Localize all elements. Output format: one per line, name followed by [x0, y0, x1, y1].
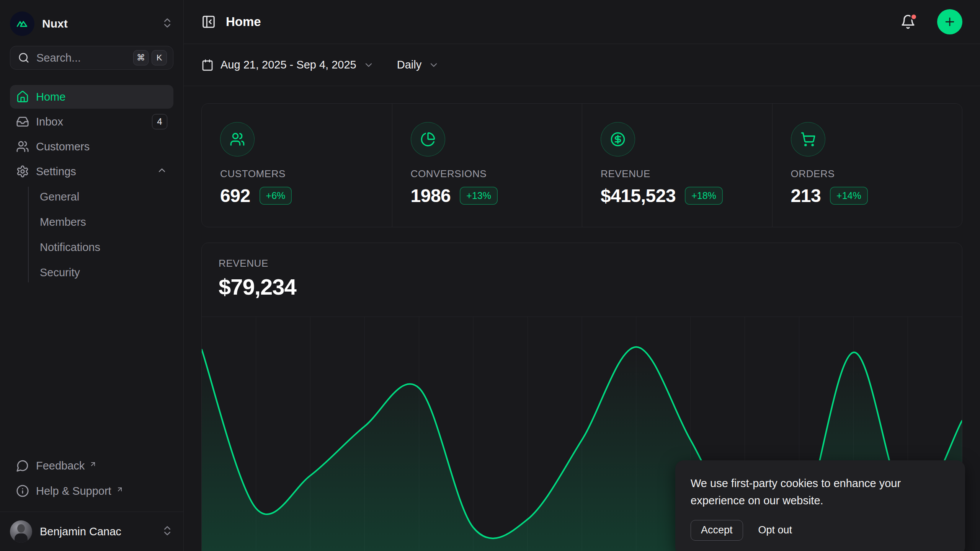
notifications-button[interactable] — [900, 14, 916, 29]
circle-dollar-icon — [601, 122, 635, 156]
stat-label: CUSTOMERS — [220, 168, 374, 180]
cookie-actions: Accept Opt out — [691, 520, 950, 541]
stat-orders[interactable]: ORDERS 213 +14% — [772, 104, 962, 227]
sidebar-toggle-button[interactable] — [201, 15, 216, 29]
users-icon — [16, 140, 29, 153]
granularity-select[interactable]: Daily — [397, 59, 439, 71]
search-icon — [18, 52, 29, 64]
chevron-down-icon — [428, 60, 439, 70]
sidebar: Nuxt Search... ⌘ K Home Inbox 4 — [0, 0, 184, 551]
filter-bar: Aug 21, 2025 - Sep 4, 2025 Daily — [184, 44, 980, 86]
home-icon — [16, 90, 29, 103]
plus-icon — [943, 15, 956, 28]
cookie-message: We use first-party cookies to enhance yo… — [691, 475, 928, 509]
kbd-cmd: ⌘ — [133, 50, 149, 65]
revenue-header: REVENUE $79,234 — [202, 243, 962, 300]
notification-dot — [910, 13, 917, 20]
page-title: Home — [226, 15, 890, 29]
team-switcher[interactable]: Nuxt — [0, 0, 183, 44]
cookie-accept-button[interactable]: Accept — [691, 520, 743, 541]
inbox-icon — [16, 115, 29, 128]
stat-revenue[interactable]: REVENUE $415,523 +18% — [582, 104, 772, 227]
chevrons-up-down-icon — [161, 525, 173, 538]
sidebar-item-settings[interactable]: Settings — [10, 160, 173, 183]
nuxt-logo-icon — [10, 11, 34, 36]
user-menu[interactable]: Benjamin Canac — [0, 512, 183, 551]
kbd-k: K — [152, 50, 167, 65]
sidebar-spacer — [0, 285, 183, 454]
search-placeholder: Search... — [36, 52, 126, 64]
stats-row: CUSTOMERS 692 +6% CONVERSIONS 1986 +13% — [201, 103, 962, 227]
sidebar-item-home[interactable]: Home — [10, 85, 173, 109]
calendar-icon — [201, 59, 214, 71]
stat-delta-badge: +18% — [685, 187, 723, 205]
sidebar-item-members[interactable]: Members — [40, 210, 173, 234]
inbox-count-badge: 4 — [152, 114, 167, 129]
date-range-picker[interactable]: Aug 21, 2025 - Sep 4, 2025 — [201, 59, 374, 71]
revenue-value: $79,234 — [219, 274, 945, 300]
info-circle-icon — [16, 484, 29, 497]
chevron-up-icon — [157, 165, 167, 178]
stat-customers[interactable]: CUSTOMERS 692 +6% — [202, 104, 392, 227]
sidebar-nav: Home Inbox 4 Customers Settings General — [0, 85, 183, 285]
avatar — [10, 520, 32, 543]
app-root: Nuxt Search... ⌘ K Home Inbox 4 — [0, 0, 980, 551]
team-name: Nuxt — [42, 17, 154, 30]
stat-delta-badge: +6% — [260, 187, 292, 205]
chevron-down-icon — [363, 60, 374, 70]
stat-delta-badge: +14% — [830, 187, 868, 205]
stat-value: 1986 — [411, 185, 451, 206]
stat-label: ORDERS — [791, 168, 944, 180]
stat-value: 692 — [220, 185, 250, 206]
date-range-label: Aug 21, 2025 - Sep 4, 2025 — [220, 59, 356, 71]
sidebar-item-notifications[interactable]: Notifications — [40, 235, 173, 259]
cookie-banner: We use first-party cookies to enhance yo… — [675, 460, 965, 551]
external-link-icon — [89, 458, 97, 471]
settings-sub-list: General Members Notifications Security — [10, 184, 173, 285]
cookie-optout-button[interactable]: Opt out — [758, 524, 792, 536]
search-input[interactable]: Search... ⌘ K — [10, 46, 173, 70]
add-button[interactable] — [937, 9, 962, 34]
stat-value: $415,523 — [601, 185, 676, 206]
user-name: Benjamin Canac — [40, 525, 154, 538]
sidebar-item-inbox[interactable]: Inbox 4 — [10, 110, 173, 134]
granularity-label: Daily — [397, 59, 421, 71]
sidebar-item-security[interactable]: Security — [40, 260, 173, 285]
feedback-link[interactable]: Feedback — [10, 454, 173, 477]
stat-value: 213 — [791, 185, 821, 206]
stat-delta-badge: +13% — [460, 187, 498, 205]
users-icon — [220, 122, 255, 156]
sidebar-footer: Feedback Help & Support — [0, 454, 183, 512]
pie-chart-icon — [411, 122, 445, 156]
topbar: Home — [184, 0, 980, 44]
help-support-link[interactable]: Help & Support — [10, 479, 173, 502]
sidebar-item-customers[interactable]: Customers — [10, 135, 173, 158]
panel-left-close-icon — [201, 15, 216, 29]
revenue-label: REVENUE — [219, 258, 945, 269]
external-link-icon — [116, 483, 124, 496]
message-bubble-icon — [16, 459, 29, 472]
chevrons-up-down-icon — [161, 17, 173, 31]
search-shortcut: ⌘ K — [133, 50, 167, 65]
stat-label: CONVERSIONS — [411, 168, 564, 180]
sidebar-item-general[interactable]: General — [40, 184, 173, 209]
stat-label: REVENUE — [601, 168, 754, 180]
stat-conversions[interactable]: CONVERSIONS 1986 +13% — [392, 104, 582, 227]
shopping-cart-icon — [791, 122, 825, 156]
gear-icon — [16, 165, 29, 178]
